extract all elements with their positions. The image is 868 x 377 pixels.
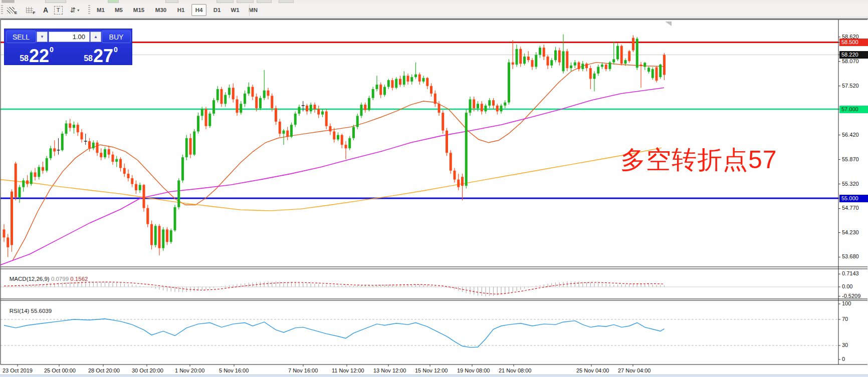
sell-price-big: 22 — [29, 48, 49, 65]
rsi-axis-label: 0 — [842, 356, 845, 362]
sell-price-display[interactable]: 58 22 0 — [6, 45, 68, 65]
price-axis-label: 58.070 — [842, 58, 859, 64]
price-axis-label: 55.870 — [842, 156, 859, 162]
volume-increase-button[interactable]: ▲ — [90, 32, 101, 42]
volume-input[interactable]: 1.00 — [49, 32, 90, 42]
chart-annotation-text[interactable]: 多空转折点57 — [620, 143, 777, 177]
macd-axis-label: 0.00 — [842, 283, 852, 289]
rsi-label: RSI(14) 55.6039 — [3, 302, 52, 320]
price-axis-label: 54.230 — [842, 229, 859, 235]
price-axis-label: 55.320 — [842, 181, 859, 187]
buy-price-prefix: 58 — [84, 54, 93, 63]
time-axis-label: 11 Nov 12:00 — [332, 367, 364, 373]
time-axis-label: 1 Nov 20:00 — [175, 367, 204, 373]
one-click-trading-panel: SELL ▼ 1.00 ▲ BUY 58 22 0 58 27 0 — [4, 29, 132, 65]
sell-price-prefix: 58 — [20, 54, 29, 63]
buy-button[interactable]: BUY — [102, 31, 131, 43]
rsi-name: RSI(14) — [10, 308, 31, 314]
time-axis-label: 13 Nov 12:00 — [373, 367, 406, 373]
sell-price-sup: 0 — [50, 46, 54, 54]
rsi-value: 55.6039 — [31, 308, 52, 314]
time-axis-label: 25 Nov 04:00 — [576, 367, 609, 373]
ma-fast — [13, 63, 664, 261]
time-axis-label: 27 Nov 04:00 — [618, 367, 650, 373]
macd-main-value: 0.0799 — [51, 276, 70, 282]
time-axis-label: 5 Nov 16:00 — [219, 367, 249, 373]
price-badge: 58.500 — [839, 39, 868, 46]
rsi-axis-label: 100 — [842, 300, 851, 306]
macd-panel — [1, 281, 838, 296]
rsi-axis-label: 30 — [842, 342, 848, 348]
time-axis-label: 25 Oct 00:00 — [44, 367, 76, 373]
status-strip — [0, 374, 868, 377]
macd-axis-label: 0.7143 — [842, 270, 859, 276]
macd-axis-label: -0.5209 — [842, 293, 860, 299]
spinner-up-icon: ▲ — [94, 35, 98, 39]
time-axis-label: 7 Nov 16:00 — [288, 367, 318, 373]
spinner-down-icon: ▼ — [40, 35, 44, 39]
rsi-panel — [1, 319, 838, 347]
price-axis-label: 57.520 — [842, 83, 859, 89]
price-badge: 57.000 — [839, 106, 868, 113]
time-axis-label: 30 Oct 20:00 — [132, 367, 163, 373]
candles — [3, 34, 666, 257]
buy-price-big: 27 — [93, 48, 113, 65]
volume-decrease-button[interactable]: ▼ — [37, 32, 48, 42]
macd-name: MACD(12,26,9) — [10, 276, 51, 282]
price-axis-label: 53.680 — [842, 253, 859, 259]
price-axis-label: 56.420 — [842, 132, 859, 138]
time-axis-label: 23 Oct 2019 — [3, 367, 33, 373]
price-badge: 55.000 — [839, 195, 868, 202]
time-axis-label: 15 Nov 12:00 — [415, 367, 448, 373]
ma-slow — [0, 148, 662, 211]
buy-price-sup: 0 — [114, 46, 118, 54]
time-axis-label: 19 Nov 08:00 — [457, 367, 490, 373]
macd-label: MACD(12,26,9) 0.0799 0.1562 — [3, 270, 88, 288]
time-axis-label: 21 Nov 08:00 — [499, 367, 531, 373]
macd-signal-value: 0.1562 — [70, 276, 88, 282]
buy-price-display[interactable]: 58 27 0 — [70, 45, 132, 65]
price-badge: 58.220 — [839, 51, 868, 59]
mt4-terminal: E F A T ⇵ ▾ M1M5M15M30H1H4D1W1MN ▲ USOil… — [0, 0, 868, 377]
ma-mid — [0, 88, 664, 265]
sell-button[interactable]: SELL — [6, 31, 36, 43]
time-axis-label: 28 Oct 20:00 — [88, 367, 120, 373]
rsi-axis-label: 70 — [842, 316, 848, 322]
price-axis-label: 54.770 — [842, 205, 859, 211]
